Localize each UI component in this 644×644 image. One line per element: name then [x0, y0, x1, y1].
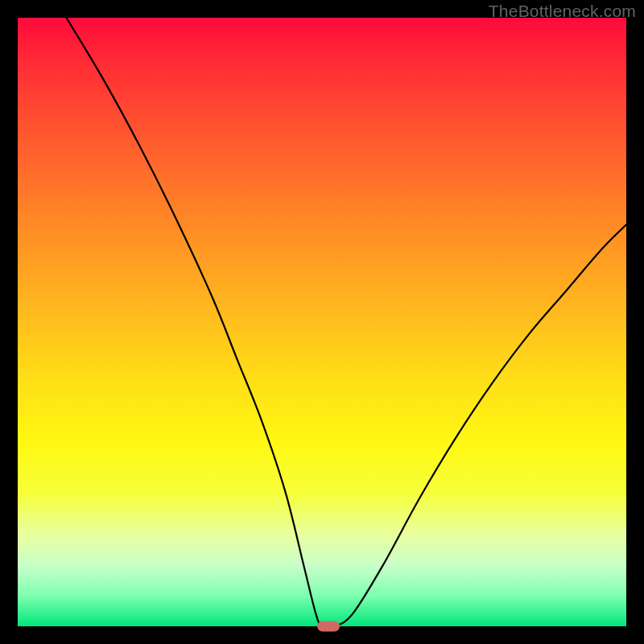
curve-svg: [18, 18, 626, 626]
optimal-marker: [317, 621, 340, 632]
bottleneck-curve-path: [66, 18, 626, 626]
plot-area: [18, 18, 626, 626]
watermark-text: TheBottleneck.com: [489, 2, 636, 21]
chart-container: TheBottleneck.com: [0, 0, 644, 644]
